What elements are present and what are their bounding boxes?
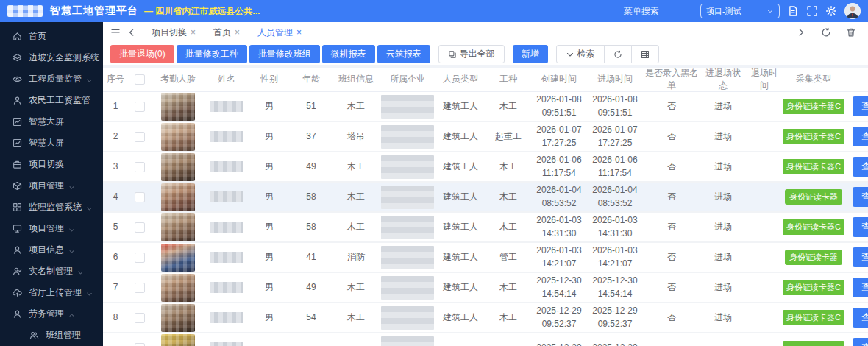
add-button[interactable]: 新增 <box>513 45 548 63</box>
row-checkbox[interactable] <box>135 283 145 293</box>
batch-edit-team-button[interactable]: 批量修改班组 <box>249 45 320 63</box>
close-icon[interactable]: × <box>235 27 240 38</box>
refresh-icon[interactable] <box>821 27 831 38</box>
sidebar-item-工程质量监管[interactable]: 工程质量监管 <box>0 68 103 90</box>
sidebar-item-班组管理[interactable]: 班组管理 <box>0 325 103 346</box>
row-checkbox[interactable] <box>135 102 145 112</box>
row-checkbox[interactable] <box>135 162 145 172</box>
select-all-checkbox[interactable] <box>135 74 145 85</box>
view-button[interactable]: 查看 <box>853 187 868 207</box>
sidebar-item-智慧大屏[interactable]: 智慧大屏 <box>0 111 103 133</box>
menu-search-link[interactable]: 菜单搜索 <box>624 5 659 18</box>
tab-人员管理[interactable]: 人员管理× <box>249 27 310 39</box>
app-window: 智慧工地管理平台 — 四川省内江市威远县公共... 菜单搜索 项目-测试 首页边… <box>0 0 868 346</box>
sidebar-item-label: 智慧大屏 <box>29 137 64 149</box>
cell-wtype: 起重工 <box>485 130 531 143</box>
cell-enter: 2025-12-29 <box>587 342 643 346</box>
chevron-down-icon <box>86 289 93 296</box>
table-row[interactable]: 2男37塔吊建筑工人起重工2026-01-0717:27:252026-01-0… <box>103 122 868 152</box>
cell-wtype: 木工 <box>485 100 531 113</box>
table-row[interactable]: 3男49木工建筑工人木工2026-01-0611:17:542026-01-06… <box>103 152 868 183</box>
column-settings-button[interactable] <box>631 45 659 63</box>
company-blur <box>381 246 434 269</box>
cell-company <box>380 306 435 330</box>
chevron-down-icon <box>77 268 84 275</box>
cell-photo <box>152 244 204 272</box>
sidebar-item-监理监管系统[interactable]: 监理监管系统 <box>0 197 103 218</box>
row-checkbox[interactable] <box>135 343 145 346</box>
view-button[interactable]: 查看 <box>853 157 868 177</box>
weigeng-report-button[interactable]: 微耕报表 <box>322 45 375 63</box>
row-checkbox[interactable] <box>135 313 145 323</box>
export-all-button[interactable]: 导出全部 <box>438 45 505 63</box>
sidebar-item-农民工工资监管[interactable]: 农民工工资监管 <box>0 90 103 111</box>
row-checkbox[interactable] <box>135 222 145 233</box>
table-row[interactable]: 2025-12-292025-12-29查看 <box>103 333 868 346</box>
trash-icon[interactable] <box>846 27 856 38</box>
close-icon[interactable]: × <box>191 27 196 38</box>
view-button[interactable]: 查看 <box>853 127 868 146</box>
cell-collect: 身份证读卡器 <box>783 189 844 205</box>
cell-ptype: 建筑工人 <box>435 130 485 143</box>
sidebar-item-实名制管理[interactable]: 实名制管理 <box>0 261 103 282</box>
cell-no: 7 <box>103 281 128 294</box>
cell-status: 进场 <box>700 281 746 294</box>
cell-age: 58 <box>290 191 332 203</box>
view-button[interactable]: 查看 <box>853 308 868 328</box>
sidebar-item-首页[interactable]: 首页 <box>0 26 103 47</box>
cell-team: 木工 <box>332 281 380 294</box>
gear-icon[interactable] <box>825 5 837 17</box>
table-row[interactable]: 5男58木工建筑工人木工2026-01-0314:31:302026-01-03… <box>103 213 868 243</box>
cell-wtype: 木工 <box>485 160 531 173</box>
company-blur <box>381 306 434 330</box>
row-checkbox[interactable] <box>135 253 145 263</box>
sidebar-item-项目信息[interactable]: 项目信息 <box>0 239 103 261</box>
cell-check <box>128 222 152 233</box>
view-button[interactable]: 查看 <box>853 278 868 297</box>
collect-type-badge: 身份证读卡器C <box>783 280 844 296</box>
document-icon[interactable] <box>787 5 799 17</box>
name-blur <box>210 101 243 112</box>
row-checkbox[interactable] <box>135 132 145 142</box>
view-button[interactable]: 查看 <box>853 217 868 237</box>
table-row[interactable]: 6男41消防建筑工人管工2026-01-0314:21:072026-01-03… <box>103 243 868 273</box>
sidebar-item-劳务管理[interactable]: 劳务管理 <box>0 303 103 325</box>
cell-wtype: 管工 <box>485 251 531 264</box>
sidebar-item-省厅上传管理[interactable]: 省厅上传管理 <box>0 282 103 303</box>
refresh-button[interactable] <box>604 45 632 63</box>
sidebar-item-项目切换[interactable]: 项目切换 <box>0 154 103 175</box>
chevron-left-icon[interactable] <box>127 27 137 38</box>
row-checkbox[interactable] <box>135 192 145 202</box>
table-row[interactable]: 1男51木工建筑工人木工2026-01-0809:51:512026-01-08… <box>103 92 868 122</box>
cell-gender: 男 <box>249 251 290 264</box>
sidebar-item-边坡安全监测系统[interactable]: 边坡安全监测系统 <box>0 47 103 68</box>
yunzhu-report-button[interactable]: 云筑报表 <box>377 45 430 63</box>
project-select[interactable]: 项目-测试 <box>700 4 780 18</box>
cell-team: 木工 <box>332 191 380 203</box>
fullscreen-icon[interactable] <box>806 5 818 17</box>
close-icon[interactable]: × <box>296 27 302 38</box>
sidebar-item-项目管理[interactable]: 项目管理 <box>0 218 103 239</box>
cell-status: 进场 <box>700 221 746 233</box>
menu-icon[interactable] <box>110 27 121 38</box>
sidebar-item-智慧大屏[interactable]: 智慧大屏 <box>0 133 103 154</box>
view-button[interactable]: 查看 <box>853 338 868 346</box>
tab-首页[interactable]: 首页× <box>204 27 249 39</box>
batch-exit-button[interactable]: 批量退场(0) <box>110 45 174 63</box>
avatar[interactable] <box>844 3 861 19</box>
table-row[interactable]: 8男54木工建筑工人木工2025-12-2909:52:372025-12-29… <box>103 303 868 333</box>
sidebar-item-项目管理[interactable]: 项目管理 <box>0 175 103 197</box>
cell-collect: 身份证读卡器C <box>783 310 844 326</box>
search-button[interactable]: 检索 <box>556 45 605 63</box>
cell-check <box>128 102 152 112</box>
batch-edit-worktype-button[interactable]: 批量修改工种 <box>177 45 247 63</box>
view-button[interactable]: 查看 <box>853 247 868 267</box>
table-row[interactable]: 4男58木工建筑工人木工2026-01-0408:53:522026-01-04… <box>103 183 868 213</box>
cell-photo <box>152 304 204 332</box>
cell-collect: 身份证读卡器C <box>783 280 844 296</box>
table-row[interactable]: 7男49木工建筑工人木工2025-12-3014:54:142025-12-30… <box>103 273 868 303</box>
sidebar-item-label: 监理监管系统 <box>29 201 82 213</box>
tab-项目切换[interactable]: 项目切换× <box>143 27 204 39</box>
chevron-right-icon[interactable] <box>796 27 806 38</box>
view-button[interactable]: 查看 <box>853 96 868 116</box>
